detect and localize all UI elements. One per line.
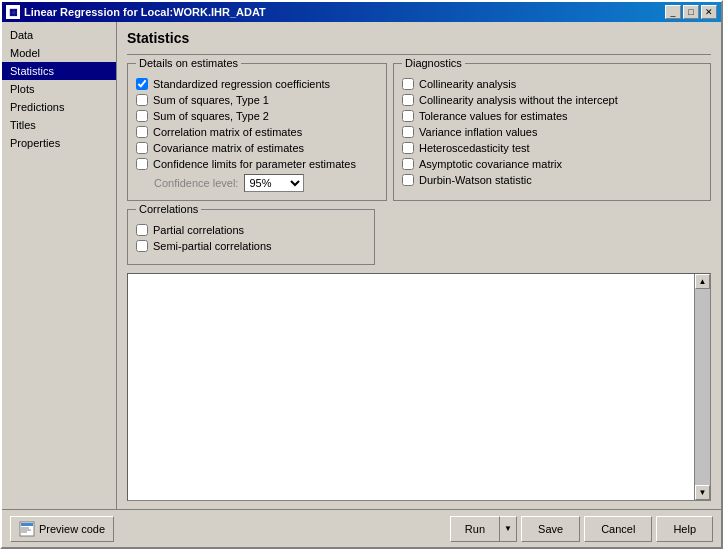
label-partial: Partial correlations [153, 224, 244, 236]
label-heteroscedasticity: Heteroscedasticity test [419, 142, 530, 154]
bottom-area: ▲ ▼ [127, 269, 711, 501]
footer-left: Preview code [10, 516, 446, 542]
checkbox-collinearity[interactable] [402, 78, 414, 90]
checkbox-row-corr-matrix: Correlation matrix of estimates [136, 126, 378, 138]
title-bar: ▦ Linear Regression for Local:WORK.IHR_A… [2, 2, 721, 22]
sidebar-item-predictions[interactable]: Predictions [2, 98, 116, 116]
checkbox-cov-matrix[interactable] [136, 142, 148, 154]
checkbox-row-tolerance: Tolerance values for estimates [402, 110, 702, 122]
details-group-title: Details on estimates [136, 57, 241, 69]
scroll-down-button[interactable]: ▼ [695, 485, 710, 500]
details-group: Details on estimates Standardized regres… [127, 63, 387, 201]
label-sum-sq1: Sum of squares, Type 1 [153, 94, 269, 106]
divider [127, 54, 711, 55]
scroll-up-button[interactable]: ▲ [695, 274, 710, 289]
preview-code-button[interactable]: Preview code [10, 516, 114, 542]
minimize-button[interactable]: _ [665, 5, 681, 19]
label-cov-matrix: Covariance matrix of estimates [153, 142, 304, 154]
run-button[interactable]: Run [450, 516, 499, 542]
main-content: Statistics Details on estimates Standard… [117, 22, 721, 509]
title-controls: _ □ ✕ [665, 5, 717, 19]
checkbox-asymptotic-cov[interactable] [402, 158, 414, 170]
checkbox-row-cov-matrix: Covariance matrix of estimates [136, 142, 378, 154]
checkbox-row-std-reg: Standardized regression coefficients [136, 78, 378, 90]
checkbox-row-conf-limits: Confidence limits for parameter estimate… [136, 158, 378, 170]
label-std-reg: Standardized regression coefficients [153, 78, 330, 90]
diagnostics-group: Diagnostics Collinearity analysis Collin… [393, 63, 711, 201]
correlations-group-title: Correlations [136, 203, 201, 215]
footer: Preview code Run ▼ Save Cancel Help [2, 509, 721, 547]
label-collinearity-no-int: Collinearity analysis without the interc… [419, 94, 618, 106]
correlations-group: Correlations Partial correlations Semi-p… [127, 209, 375, 265]
checkbox-durbin-watson[interactable] [402, 174, 414, 186]
confidence-label: Confidence level: [154, 177, 238, 189]
preview-code-label: Preview code [39, 523, 105, 535]
window-title: Linear Regression for Local:WORK.IHR_ADA… [24, 6, 266, 18]
label-conf-limits: Confidence limits for parameter estimate… [153, 158, 356, 170]
sidebar-item-plots[interactable]: Plots [2, 80, 116, 98]
preview-code-icon [19, 521, 35, 537]
label-semi-partial: Semi-partial correlations [153, 240, 272, 252]
checkbox-partial[interactable] [136, 224, 148, 236]
page-title: Statistics [127, 30, 711, 46]
sidebar-item-statistics[interactable]: Statistics [2, 62, 116, 80]
confidence-select[interactable]: 95% 90% 99% [244, 174, 304, 192]
checkbox-tolerance[interactable] [402, 110, 414, 122]
checkbox-row-variance-inf: Variance inflation values [402, 126, 702, 138]
confidence-row: Confidence level: 95% 90% 99% [154, 174, 378, 192]
svg-rect-1 [21, 523, 33, 526]
close-button[interactable]: ✕ [701, 5, 717, 19]
vertical-scrollbar[interactable]: ▲ ▼ [694, 274, 710, 500]
window-icon: ▦ [6, 5, 20, 19]
checkbox-heteroscedasticity[interactable] [402, 142, 414, 154]
scroll-track [695, 289, 710, 485]
checkbox-semi-partial[interactable] [136, 240, 148, 252]
checkbox-row-sum-sq2: Sum of squares, Type 2 [136, 110, 378, 122]
sidebar-item-model[interactable]: Model [2, 44, 116, 62]
checkbox-row-asymptotic-cov: Asymptotic covariance matrix [402, 158, 702, 170]
label-corr-matrix: Correlation matrix of estimates [153, 126, 302, 138]
sidebar-item-data[interactable]: Data [2, 26, 116, 44]
checkbox-sum-sq2[interactable] [136, 110, 148, 122]
run-dropdown-button[interactable]: ▼ [499, 516, 517, 542]
label-collinearity: Collinearity analysis [419, 78, 516, 90]
panels-row: Details on estimates Standardized regres… [127, 63, 711, 201]
footer-buttons: Run ▼ Save Cancel Help [450, 516, 713, 542]
checkbox-row-semi-partial: Semi-partial correlations [136, 240, 366, 252]
run-button-group: Run ▼ [450, 516, 517, 542]
label-variance-inf: Variance inflation values [419, 126, 537, 138]
checkbox-variance-inf[interactable] [402, 126, 414, 138]
checkbox-row-partial: Partial correlations [136, 224, 366, 236]
label-tolerance: Tolerance values for estimates [419, 110, 568, 122]
label-sum-sq2: Sum of squares, Type 2 [153, 110, 269, 122]
checkbox-row-collinearity-no-int: Collinearity analysis without the interc… [402, 94, 702, 106]
checkbox-conf-limits[interactable] [136, 158, 148, 170]
maximize-button[interactable]: □ [683, 5, 699, 19]
sidebar-item-titles[interactable]: Titles [2, 116, 116, 134]
checkbox-corr-matrix[interactable] [136, 126, 148, 138]
checkbox-row-collinearity: Collinearity analysis [402, 78, 702, 90]
main-window: ▦ Linear Regression for Local:WORK.IHR_A… [0, 0, 723, 549]
output-text-area[interactable]: ▲ ▼ [127, 273, 711, 501]
label-asymptotic-cov: Asymptotic covariance matrix [419, 158, 562, 170]
diagnostics-group-title: Diagnostics [402, 57, 465, 69]
checkbox-row-sum-sq1: Sum of squares, Type 1 [136, 94, 378, 106]
cancel-button[interactable]: Cancel [584, 516, 652, 542]
label-durbin-watson: Durbin-Watson statistic [419, 174, 532, 186]
checkbox-row-heteroscedasticity: Heteroscedasticity test [402, 142, 702, 154]
checkbox-row-durbin-watson: Durbin-Watson statistic [402, 174, 702, 186]
checkbox-std-reg[interactable] [136, 78, 148, 90]
sidebar-item-properties[interactable]: Properties [2, 134, 116, 152]
sidebar: Data Model Statistics Plots Predictions … [2, 22, 117, 509]
window-body: Data Model Statistics Plots Predictions … [2, 22, 721, 509]
checkbox-collinearity-no-int[interactable] [402, 94, 414, 106]
checkbox-sum-sq1[interactable] [136, 94, 148, 106]
save-button[interactable]: Save [521, 516, 580, 542]
help-button[interactable]: Help [656, 516, 713, 542]
